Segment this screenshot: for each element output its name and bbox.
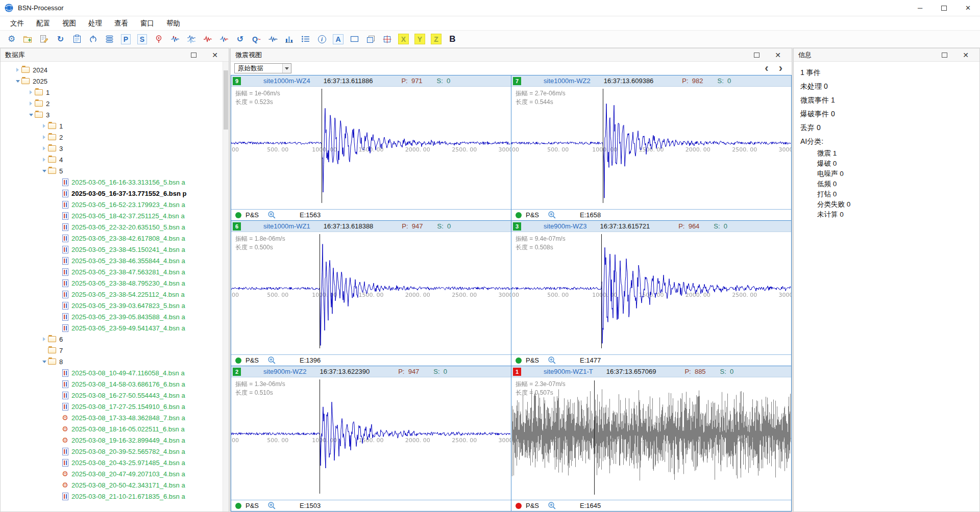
tree-file-row[interactable]: 2025-03-05_18-42-37.251125_4.bsn a <box>1 210 229 221</box>
zoom-button[interactable] <box>267 501 276 510</box>
channel-name[interactable]: site1000m-WZ1 <box>263 222 310 230</box>
axis-x-button[interactable]: X <box>396 32 411 46</box>
tree-folder-row[interactable]: 2025 <box>1 75 229 87</box>
settings-button[interactable]: ⚙ <box>4 32 19 46</box>
info-close-icon[interactable]: ✕ <box>963 52 969 59</box>
zoom-button[interactable] <box>548 501 556 510</box>
add-folder-button[interactable] <box>20 32 35 46</box>
ps-toggle[interactable]: P&S <box>526 502 539 509</box>
tree-file-row[interactable]: 2025-03-05_23-39-05.843588_4.bsn a <box>1 311 229 322</box>
tree-file-row[interactable]: ⚙2025-03-08_19-16-32.899449_4.bsn a <box>1 434 229 446</box>
channel-name[interactable]: site900m-WZ3 <box>544 222 587 230</box>
channel-name[interactable]: site1000m-WZ2 <box>544 77 591 85</box>
menu-view[interactable]: 视图 <box>56 16 82 30</box>
tree-file-row[interactable]: 2025-03-08_17-27-25.154910_6.bsn a <box>1 401 229 412</box>
collapse-arrow-icon[interactable] <box>14 80 21 83</box>
tree-file-row[interactable]: 2025-03-05_23-39-03.647823_5.bsn a <box>1 300 229 311</box>
prev-event-button[interactable]: ‹ <box>765 64 768 73</box>
tree-file-row[interactable]: 2025-03-05_23-38-54.225112_4.bsn a <box>1 289 229 300</box>
expand-arrow-icon[interactable] <box>27 90 35 94</box>
waveform-stack-button[interactable] <box>184 32 199 46</box>
tree-file-row[interactable]: 2025-03-05_23-38-48.795230_4.bsn a <box>1 277 229 289</box>
data-source-dropdown[interactable]: 原始数据 <box>234 63 291 73</box>
tree-file-row[interactable]: 2025-03-08_14-58-03.686176_6.bsn a <box>1 378 229 390</box>
waveform-canvas[interactable] <box>511 232 791 354</box>
tree-scrollbar-thumb[interactable] <box>224 70 228 130</box>
waveform-canvas[interactable] <box>511 377 791 500</box>
waveform-maximize-icon[interactable] <box>754 53 760 58</box>
tree-file-row[interactable]: ⚙2025-03-08_20-47-49.207103_4.bsn a <box>1 468 229 479</box>
ps-toggle[interactable]: P&S <box>246 502 259 509</box>
collapse-arrow-icon[interactable] <box>40 170 48 172</box>
tree-file-row[interactable]: 2025-03-05_16-16-33.313156_5.bsn a <box>1 176 229 188</box>
zoom-button[interactable] <box>267 211 276 219</box>
tree-folder-row[interactable]: 2024 <box>1 64 229 75</box>
tree-folder-row[interactable]: 6 <box>1 334 229 345</box>
channel-name[interactable]: site900m-WZ2 <box>263 368 307 375</box>
annotation-button[interactable]: A <box>331 32 346 46</box>
expand-arrow-icon[interactable] <box>40 146 48 150</box>
tree-folder-row[interactable]: 7 <box>1 345 229 356</box>
ps-toggle[interactable]: P&S <box>246 356 259 364</box>
q-analysis-button[interactable]: Q~ <box>249 32 264 46</box>
info-maximize-icon[interactable] <box>942 53 947 58</box>
tree-file-row[interactable]: 2025-03-05_23-38-46.355844_4.bsn a <box>1 255 229 266</box>
minimize-button[interactable]: ─ <box>908 0 932 16</box>
tree-folder-row[interactable]: 1 <box>1 120 229 132</box>
power-button[interactable] <box>86 32 101 46</box>
locate-button[interactable] <box>151 32 166 46</box>
pick-p-button[interactable]: P <box>118 32 133 46</box>
database-maximize-icon[interactable] <box>191 53 197 58</box>
tree-folder-row[interactable]: 3 <box>1 109 229 120</box>
waveform-filter-button[interactable] <box>216 32 231 46</box>
waveform-highlight-button[interactable] <box>200 32 215 46</box>
waveform-canvas[interactable] <box>231 232 511 354</box>
waveform-canvas[interactable] <box>511 87 791 209</box>
tree-file-row[interactable]: 2025-03-08_10-49-47.116058_4.bsn a <box>1 367 229 378</box>
tree-folder-row[interactable]: 2 <box>1 98 229 109</box>
tree-file-row[interactable]: ⚙2025-03-08_17-33-48.362848_7.bsn a <box>1 412 229 423</box>
menu-config[interactable]: 配置 <box>30 16 56 30</box>
undo-processing-button[interactable]: ↺ <box>233 32 248 46</box>
info-button[interactable]: i <box>314 32 329 46</box>
channel-name[interactable]: site900m-WZ1-T <box>544 368 593 375</box>
tree-file-row[interactable]: 2025-03-05_16-37-13.771552_6.bsn p <box>1 188 229 199</box>
menu-process[interactable]: 处理 <box>82 16 108 30</box>
tree-scrollbar[interactable] <box>223 62 229 511</box>
dropdown-arrow-icon[interactable] <box>282 64 291 73</box>
expand-arrow-icon[interactable] <box>27 101 35 106</box>
expand-arrow-icon[interactable] <box>40 158 48 162</box>
axis-y-button[interactable]: Y <box>412 32 427 46</box>
rect-select-button[interactable] <box>347 32 362 46</box>
expand-arrow-icon[interactable] <box>14 68 21 72</box>
tree-folder-row[interactable]: 1 <box>1 87 229 98</box>
tree-file-row[interactable]: ⚙2025-03-08_20-50-42.343171_4.bsn a <box>1 479 229 491</box>
tree-file-row[interactable]: 2025-03-08_20-43-25.971485_4.bsn a <box>1 457 229 468</box>
tree-file-row[interactable]: 2025-03-05_22-32-20.635150_5.bsn a <box>1 221 229 233</box>
menu-inspect[interactable]: 查看 <box>108 16 134 30</box>
tree-folder-row[interactable]: 2 <box>1 132 229 143</box>
tree-file-row[interactable]: ⚙2025-03-08_18-16-05.022511_6.bsn a <box>1 423 229 434</box>
tree-file-row[interactable]: 2025-03-05_23-38-42.617808_4.bsn a <box>1 233 229 244</box>
menu-window[interactable]: 窗口 <box>134 16 160 30</box>
event-list-button[interactable] <box>298 32 313 46</box>
collapse-arrow-icon[interactable] <box>40 361 48 363</box>
bold-b-button[interactable]: B <box>445 32 460 46</box>
refresh-button[interactable]: ↻ <box>53 32 68 46</box>
tree-file-row[interactable]: 2025-03-08_16-27-50.554443_4.bsn a <box>1 390 229 401</box>
edit-report-button[interactable] <box>37 32 52 46</box>
waveform-close-icon[interactable]: ✕ <box>775 52 781 59</box>
next-event-button[interactable]: › <box>779 64 782 73</box>
expand-arrow-icon[interactable] <box>40 124 48 128</box>
spectrum-button[interactable] <box>265 32 280 46</box>
ps-toggle[interactable]: P&S <box>526 211 539 219</box>
waveform-picks-button[interactable] <box>167 32 182 46</box>
collapse-arrow-icon[interactable] <box>27 114 35 116</box>
tree-folder-row[interactable]: 8 <box>1 356 229 367</box>
waveform-canvas[interactable] <box>231 87 511 209</box>
tree-folder-row[interactable]: 5 <box>1 165 229 176</box>
clipboard-button[interactable] <box>69 32 84 46</box>
menu-help[interactable]: 帮助 <box>160 16 186 30</box>
axis-z-button[interactable]: Z <box>429 32 444 46</box>
menu-file[interactable]: 文件 <box>4 16 30 30</box>
